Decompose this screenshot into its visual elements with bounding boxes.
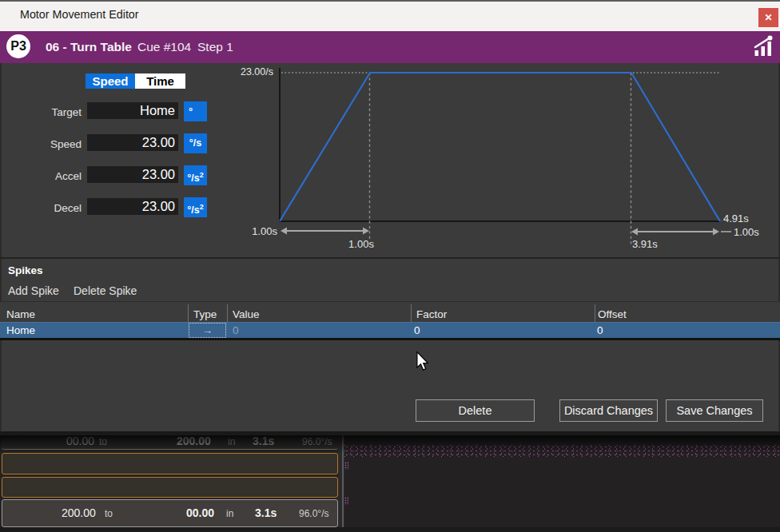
svg-text:3.91s: 3.91s bbox=[632, 238, 658, 250]
svg-text:1.00s: 1.00s bbox=[734, 226, 759, 238]
svg-text:1.00s: 1.00s bbox=[348, 238, 374, 250]
svg-text:4.91s: 4.91s bbox=[723, 212, 749, 224]
svg-text:23.00/s: 23.00/s bbox=[241, 66, 273, 77]
svg-text:1.00s: 1.00s bbox=[252, 225, 277, 237]
